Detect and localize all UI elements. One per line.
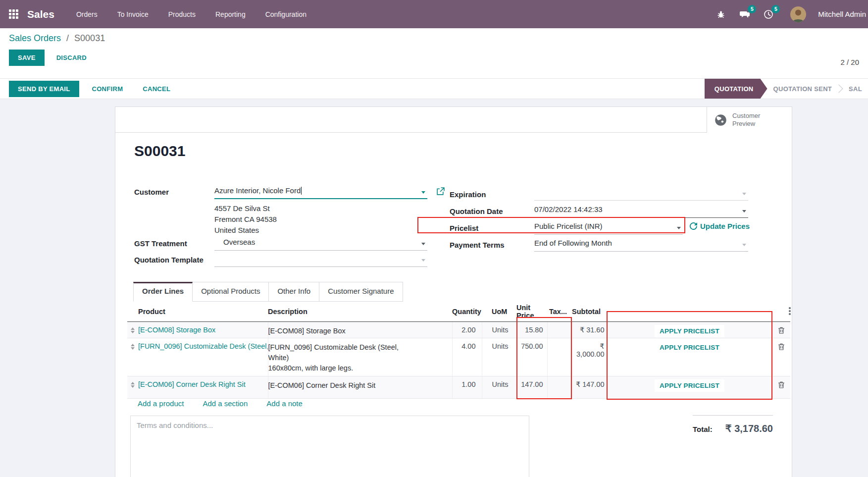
- nav-right: 5 5 Mitchell Admin: [715, 6, 868, 22]
- send-by-email-button[interactable]: SEND BY EMAIL: [9, 81, 79, 97]
- apps-menu-icon[interactable]: [9, 9, 18, 19]
- taxes-cell[interactable]: [547, 321, 572, 338]
- record-pager[interactable]: 2 / 20: [840, 58, 859, 66]
- trash-icon[interactable]: [777, 343, 785, 351]
- taxes-cell[interactable]: [547, 338, 572, 376]
- pricelist-select[interactable]: Public Pricelist (INR): [534, 222, 683, 235]
- taxes-cell[interactable]: [547, 376, 572, 398]
- unit-price-cell[interactable]: 15.80: [516, 321, 547, 338]
- product-cell[interactable]: [FURN_0096] Customizable Desk (Steel, Wh…: [138, 338, 268, 376]
- apply-cell: APPLY PRICELIST: [607, 321, 772, 338]
- payment-terms-caret-icon[interactable]: [742, 244, 746, 246]
- uom-cell[interactable]: Units: [482, 321, 516, 338]
- description-cell[interactable]: [E-COM06] Corner Desk Right Sit: [268, 376, 452, 398]
- table-row: [E-COM08] Storage Box[E-COM08] Storage B…: [127, 321, 790, 338]
- text-cursor: [301, 187, 302, 195]
- status-step-sal[interactable]: SAL: [843, 79, 868, 99]
- uom-column-header[interactable]: UoM: [482, 302, 516, 321]
- user-menu[interactable]: Mitchell Admin: [818, 10, 866, 18]
- subtotal-column-header[interactable]: Subtotal: [572, 302, 607, 321]
- template-caret-icon[interactable]: [421, 259, 425, 262]
- product-link[interactable]: [E-COM06] Corner Desk Right Sit: [138, 380, 268, 388]
- nav-item-to-invoice[interactable]: To Invoice: [116, 7, 150, 21]
- handle-cell: [127, 321, 138, 338]
- product-link[interactable]: [E-COM08] Storage Box: [138, 326, 268, 334]
- activities-clock-icon[interactable]: 5: [763, 8, 774, 20]
- description-cell[interactable]: [E-COM08] Storage Box: [268, 321, 452, 338]
- customer-preview-label: Customer Preview: [732, 112, 760, 128]
- payment-terms-select[interactable]: End of Following Month: [534, 239, 748, 252]
- app-brand[interactable]: Sales: [27, 8, 54, 20]
- apply-pricelist-button[interactable]: APPLY PRICELIST: [655, 325, 724, 337]
- status-step-quotation-sent[interactable]: QUOTATION SENT: [767, 79, 838, 99]
- expiration-input[interactable]: [534, 188, 748, 201]
- pricelist-caret-icon[interactable]: [677, 227, 681, 229]
- uom-cell[interactable]: Units: [482, 376, 516, 398]
- tab-other-info[interactable]: Other Info: [269, 282, 319, 302]
- cancel-button[interactable]: CANCEL: [136, 81, 177, 97]
- save-button[interactable]: SAVE: [9, 50, 45, 66]
- statusbar: SEND BY EMAIL CONFIRM CANCEL QUOTATIONQU…: [0, 78, 868, 99]
- external-link-icon[interactable]: [436, 187, 445, 196]
- quantity-cell[interactable]: 1.00: [452, 376, 482, 398]
- quotation-template-label: Quotation Template: [134, 256, 204, 264]
- gst-caret-icon[interactable]: [421, 243, 425, 245]
- nav-item-orders[interactable]: Orders: [75, 7, 99, 21]
- tab-optional-products[interactable]: Optional Products: [193, 282, 269, 302]
- quantity-cell[interactable]: 4.00: [452, 338, 482, 376]
- apply-pricelist-button[interactable]: APPLY PRICELIST: [655, 379, 724, 392]
- total-label: Total:: [693, 425, 713, 433]
- update-prices-link[interactable]: Update Prices: [690, 222, 750, 230]
- nav-item-reporting[interactable]: Reporting: [214, 7, 247, 21]
- gst-treatment-select[interactable]: Overseas: [214, 238, 427, 251]
- expiration-caret-icon[interactable]: [742, 193, 746, 195]
- drag-handle-icon[interactable]: [130, 327, 136, 333]
- customer-input[interactable]: Azure Interior, Nicole Ford: [214, 186, 427, 199]
- drag-handle-icon[interactable]: [130, 344, 136, 350]
- description-line: [E-COM08] Storage Box: [268, 326, 452, 336]
- apply-pricelist-button[interactable]: APPLY PRICELIST: [655, 341, 724, 354]
- unit-price-cell[interactable]: 750.00: [516, 338, 547, 376]
- customer-label: Customer: [134, 188, 169, 196]
- tab-order-lines[interactable]: Order Lines: [133, 282, 193, 302]
- customer-preview-button[interactable]: Customer Preview: [707, 107, 792, 133]
- add-a-section-link[interactable]: Add a section: [203, 399, 248, 408]
- nav-item-configuration[interactable]: Configuration: [264, 7, 307, 21]
- unit-price-column-header[interactable]: Unit Price: [516, 302, 547, 321]
- uom-cell[interactable]: Units: [482, 338, 516, 376]
- product-cell[interactable]: [E-COM06] Corner Desk Right Sit: [138, 376, 268, 398]
- quantity-cell[interactable]: 2.00: [452, 321, 482, 338]
- customer-caret-icon[interactable]: [421, 191, 425, 194]
- quotation-template-select[interactable]: [214, 254, 427, 267]
- breadcrumb-sales-orders[interactable]: Sales Orders: [9, 33, 61, 43]
- confirm-button[interactable]: CONFIRM: [85, 81, 130, 97]
- unit-price-cell[interactable]: 147.00: [516, 376, 547, 398]
- debug-bug-icon[interactable]: [715, 8, 727, 20]
- product-column-header[interactable]: Product: [138, 302, 268, 321]
- add-a-product-link[interactable]: Add a product: [138, 399, 184, 408]
- add-a-note-link[interactable]: Add a note: [266, 399, 303, 408]
- taxes-column-header[interactable]: Tax...: [547, 302, 572, 321]
- status-step-quotation[interactable]: QUOTATION: [705, 79, 767, 99]
- trash-icon[interactable]: [777, 381, 785, 389]
- discard-button[interactable]: DISCARD: [50, 50, 94, 65]
- terms-textarea[interactable]: [130, 416, 529, 477]
- product-link[interactable]: [FURN_0096] Customizable Desk (Steel, Wh…: [138, 342, 268, 350]
- drag-handle-icon[interactable]: [130, 382, 136, 388]
- description-column-header[interactable]: Description: [268, 302, 452, 321]
- table-header-row: Product Description Quantity UoM Unit Pr…: [127, 302, 790, 321]
- quantity-column-header[interactable]: Quantity: [452, 302, 482, 321]
- description-cell[interactable]: [FURN_0096] Customizable Desk (Steel,Whi…: [268, 338, 452, 376]
- quotation-date-caret-icon[interactable]: [742, 210, 746, 212]
- trash-cell: [772, 376, 790, 398]
- quotation-date-input[interactable]: 07/02/2022 14:42:33: [534, 205, 748, 218]
- avatar[interactable]: [790, 6, 806, 22]
- tab-customer-signature[interactable]: Customer Signature: [319, 282, 403, 302]
- messages-icon[interactable]: 5: [739, 8, 751, 20]
- control-panel: Sales Orders / S00031 SAVE DISCARD 2 / 2…: [0, 28, 868, 78]
- nav-item-products[interactable]: Products: [167, 7, 197, 21]
- optional-columns-icon[interactable]: [788, 306, 792, 316]
- quotation-date-label: Quotation Date: [450, 207, 503, 215]
- product-cell[interactable]: [E-COM08] Storage Box: [138, 321, 268, 338]
- trash-icon[interactable]: [777, 326, 785, 334]
